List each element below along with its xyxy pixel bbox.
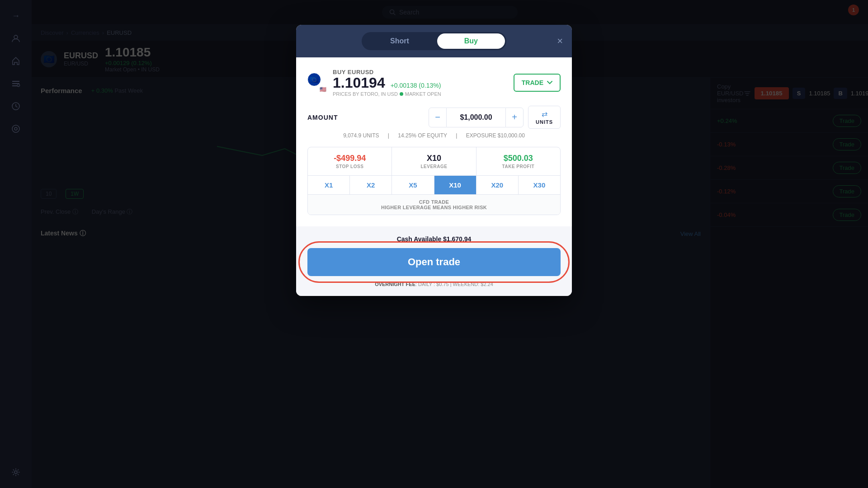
trade-modal: Short Buy × 🇪🇺 🇺🇸 BUY EU	[296, 25, 572, 296]
us-flag: 🇺🇸	[318, 86, 327, 93]
asset-flag-modal: 🇪🇺 🇺🇸	[307, 73, 327, 93]
buy-info: BUY EURUSD 1.10194 +0.00138 (0.13%) PRIC…	[333, 69, 441, 97]
trade-dropdown-label: TRADE	[522, 79, 543, 86]
metrics-grid: -$499.94 STOP LOSS X10 LEVERAGE $500.03 …	[307, 147, 561, 215]
trade-dropdown-button[interactable]: TRADE	[514, 74, 561, 92]
stop-loss-label: STOP LOSS	[312, 164, 387, 169]
open-trade-wrapper: Open trade	[307, 248, 561, 276]
leverage-x1-button[interactable]: X1	[308, 176, 350, 194]
market-open-dot	[400, 92, 403, 96]
amount-input[interactable]	[447, 108, 505, 127]
buy-price: 1.10194	[333, 75, 385, 90]
tab-short[interactable]: Short	[363, 33, 436, 49]
leverage-value: X10	[396, 154, 471, 163]
take-profit-label: TAKE PROFIT	[481, 164, 556, 169]
leverage-row: X1 X2 X5 X10 X20 X30	[308, 175, 560, 194]
asset-info-row: 🇪🇺 🇺🇸 BUY EURUSD 1.10194 +0.00138 (0.13%…	[307, 69, 561, 97]
tab-buy[interactable]: Buy	[437, 33, 505, 49]
take-profit-cell[interactable]: $500.03 TAKE PROFIT	[476, 147, 560, 175]
amount-label: AMOUNT	[307, 114, 338, 121]
cfd-line2: HIGHER LEVERAGE MEANS HIGHER RISK	[312, 205, 556, 210]
units-info: 9,074.9 UNITS	[343, 132, 379, 139]
modal-overlay: Short Buy × 🇪🇺 🇺🇸 BUY EU	[0, 0, 868, 488]
tab-container: Short Buy	[362, 32, 506, 50]
modal-body: 🇪🇺 🇺🇸 BUY EURUSD 1.10194 +0.00138 (0.13%…	[296, 57, 572, 226]
units-button[interactable]: ⇄ UNITS	[528, 106, 561, 129]
equity-info: 14.25% OF EQUITY	[398, 132, 447, 139]
modal-close-button[interactable]: ×	[557, 36, 563, 46]
leverage-x30-button[interactable]: X30	[519, 176, 560, 194]
eu-flag: 🇪🇺	[307, 73, 321, 86]
buy-change: +0.00138 (0.13%)	[391, 82, 441, 89]
amount-increment-button[interactable]: +	[505, 108, 524, 127]
leverage-x20-button[interactable]: X20	[476, 176, 519, 194]
cash-available: Cash Available $1,670.94	[307, 235, 561, 243]
take-profit-value: $500.03	[481, 154, 556, 163]
amount-section: AMOUNT − + ⇄ UNITS	[307, 106, 561, 129]
leverage-x5-button[interactable]: X5	[392, 176, 434, 194]
cfd-notice: CFD TRADE HIGHER LEVERAGE MEANS HIGHER R…	[308, 194, 560, 215]
stop-loss-value: -$499.94	[312, 154, 387, 163]
overnight-fee: OVERNIGHT FEE: DAILY : $0.75 | WEEKEND: …	[307, 282, 561, 287]
price-source: PRICES BY ETORO, IN USD MARKET OPEN	[333, 91, 441, 97]
exposure-info: EXPOSURE $10,000.00	[466, 132, 525, 139]
open-trade-button[interactable]: Open trade	[307, 248, 561, 276]
leverage-x2-button[interactable]: X2	[350, 176, 392, 194]
amount-decrement-button[interactable]: −	[429, 108, 447, 127]
leverage-x10-button[interactable]: X10	[434, 176, 476, 194]
units-label: UNITS	[536, 119, 553, 125]
units-icon: ⇄	[542, 110, 547, 118]
metrics-top: -$499.94 STOP LOSS X10 LEVERAGE $500.03 …	[308, 147, 560, 175]
asset-info-left: 🇪🇺 🇺🇸 BUY EURUSD 1.10194 +0.00138 (0.13%…	[307, 69, 441, 97]
modal-tab-bar: Short Buy ×	[296, 25, 572, 57]
modal-footer: Cash Available $1,670.94 Open trade OVER…	[296, 226, 572, 296]
stop-loss-cell[interactable]: -$499.94 STOP LOSS	[308, 147, 392, 175]
leverage-label: LEVERAGE	[396, 164, 471, 169]
cfd-line1: CFD TRADE	[312, 199, 556, 205]
amount-info: 9,074.9 UNITS | 14.25% OF EQUITY | EXPOS…	[307, 132, 561, 139]
leverage-cell: X10 LEVERAGE	[392, 147, 476, 175]
amount-controls: − +	[429, 108, 524, 127]
